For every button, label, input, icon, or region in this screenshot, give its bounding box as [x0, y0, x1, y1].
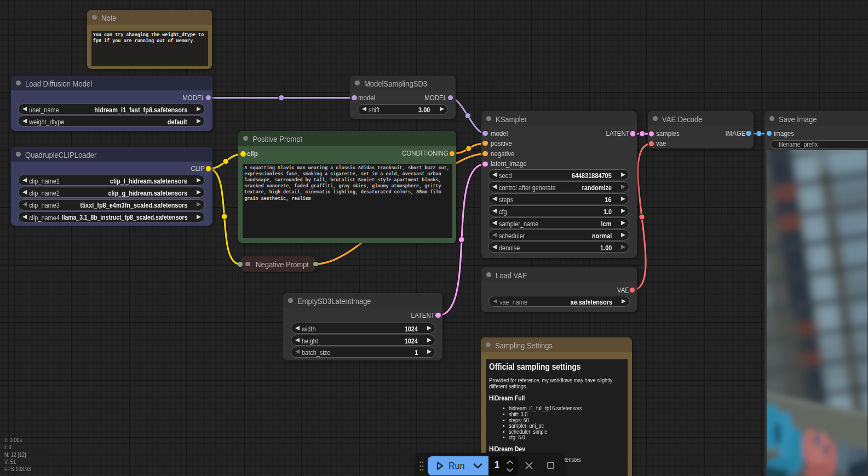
svg-text:Run: Run	[449, 461, 464, 471]
